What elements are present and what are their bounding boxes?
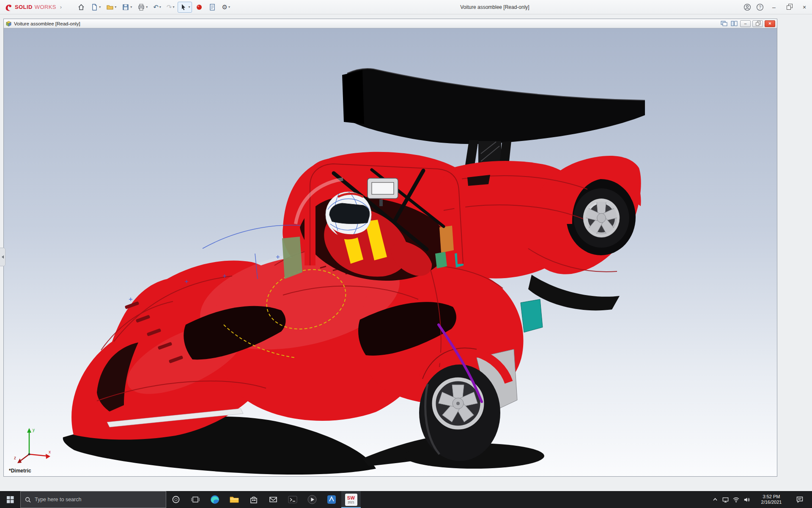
volume-tray-button[interactable] xyxy=(741,491,752,508)
undo-icon: ↶ xyxy=(153,3,159,11)
new-document-button[interactable]: ▾ xyxy=(88,2,103,13)
taskbar-app-file-explorer[interactable] xyxy=(225,491,244,508)
help-button[interactable]: ? xyxy=(754,0,766,14)
axis-x-label: x xyxy=(49,450,51,454)
taskbar-app-blue[interactable] xyxy=(322,491,341,508)
start-button[interactable] xyxy=(0,491,20,508)
breadcrumb-arrow[interactable]: › xyxy=(60,4,62,10)
xpress-products-button[interactable] xyxy=(193,2,205,13)
document-title: Voiture assomblee [Read-only] xyxy=(14,21,80,26)
taskbar-app-store[interactable] xyxy=(244,491,263,508)
home-button[interactable] xyxy=(75,2,87,13)
display-tray-button[interactable] xyxy=(720,491,731,508)
document-window: Voiture assomblee [Read-only] – × xyxy=(3,19,777,477)
hidden-icons-button[interactable] xyxy=(710,491,720,508)
dropdown-arrow-icon[interactable]: ▾ xyxy=(228,5,230,9)
taskbar-clock[interactable]: 3:52 PM 2/16/2021 xyxy=(752,494,791,505)
file-explorer-icon xyxy=(229,494,239,505)
display-icon xyxy=(722,496,729,503)
dropdown-arrow-icon[interactable]: ▾ xyxy=(159,5,161,9)
save-icon xyxy=(122,3,129,11)
brand-works: WORKS xyxy=(35,4,56,10)
cortana-button[interactable] xyxy=(166,491,186,508)
svg-text:?: ? xyxy=(759,5,761,10)
wifi-icon xyxy=(732,496,740,503)
search-icon xyxy=(25,497,31,503)
graphics-viewport[interactable]: y x z *Dimetric xyxy=(4,28,777,476)
print-button[interactable]: ▾ xyxy=(135,2,150,13)
redo-icon: ↷ xyxy=(167,3,172,11)
cascade-windows-icon xyxy=(721,21,727,26)
doc-minimize-button[interactable]: – xyxy=(740,20,751,27)
document-titlebar[interactable]: Voiture assomblee [Read-only] – × xyxy=(4,19,777,28)
chevron-up-icon xyxy=(712,497,718,502)
taskbar-app-mail[interactable] xyxy=(263,491,283,508)
task-view-button[interactable] xyxy=(186,491,205,508)
collapsed-panel-handle[interactable] xyxy=(0,248,5,266)
dropdown-arrow-icon[interactable]: ▾ xyxy=(115,5,116,9)
action-center-icon xyxy=(796,496,804,503)
select-tool-button[interactable]: ▾ xyxy=(178,2,192,13)
document-properties-icon xyxy=(208,3,216,11)
view-orientation-label: *Dimetric xyxy=(9,468,31,474)
cascade-windows-button[interactable] xyxy=(720,20,728,27)
taskbar-app-solidworks[interactable]: SW 2021 xyxy=(341,491,361,508)
taskbar-search[interactable] xyxy=(20,491,166,508)
action-center-button[interactable] xyxy=(791,496,809,503)
dropdown-arrow-icon[interactable]: ▾ xyxy=(188,5,190,9)
clock-date: 2/16/2021 xyxy=(752,500,791,505)
undo-button[interactable]: ↶ ▾ xyxy=(151,2,163,13)
brand-solid: SOLID xyxy=(15,4,33,10)
speaker-icon xyxy=(743,496,750,503)
task-view-icon xyxy=(191,495,200,504)
dropdown-arrow-icon[interactable]: ▾ xyxy=(146,5,148,9)
file-properties-button[interactable] xyxy=(206,2,218,13)
microsoft-store-icon xyxy=(249,495,258,504)
open-folder-icon xyxy=(106,3,114,11)
tile-windows-button[interactable] xyxy=(730,20,738,27)
redo-button[interactable]: ↷ ▾ xyxy=(165,2,177,13)
document-window-controls: – × xyxy=(720,20,777,27)
quick-access-toolbar: ▾ ▾ ▾ ▾ ↶ ▾ ↷ ▾ ▾ xyxy=(75,2,232,13)
red-ball-icon xyxy=(195,3,203,11)
open-button[interactable]: ▾ xyxy=(104,2,118,13)
system-tray: 3:52 PM 2/16/2021 xyxy=(710,491,812,508)
network-tray-button[interactable] xyxy=(731,491,741,508)
taskbar-app-media[interactable] xyxy=(302,491,322,508)
app-window-controls: ? – × xyxy=(741,0,812,14)
dropdown-arrow-icon[interactable]: ▾ xyxy=(130,5,132,9)
taskbar-app-edge[interactable] xyxy=(205,491,225,508)
print-icon xyxy=(137,3,145,11)
car-model-3d[interactable] xyxy=(4,28,777,476)
terminal-icon xyxy=(288,494,298,505)
dropdown-arrow-icon[interactable]: ▾ xyxy=(99,5,101,9)
search-input[interactable] xyxy=(35,497,162,502)
edge-browser-icon xyxy=(210,494,220,505)
app-title: Voiture assomblee [Read-only] xyxy=(406,4,584,10)
home-icon xyxy=(77,3,85,11)
account-button[interactable] xyxy=(741,0,754,14)
app-restore-button[interactable] xyxy=(782,0,797,14)
screen: { "app": { "brand_solid": "SOLID", "bran… xyxy=(0,0,812,508)
windows-logo-icon xyxy=(7,496,14,503)
new-document-icon xyxy=(91,3,98,11)
app-close-button[interactable]: × xyxy=(797,0,812,14)
clock-time: 3:52 PM xyxy=(752,494,791,500)
user-account-icon xyxy=(743,3,751,11)
options-button[interactable]: ⚙ ▾ xyxy=(219,2,232,13)
doc-close-button[interactable]: × xyxy=(765,20,775,27)
axis-y-label: y xyxy=(33,428,35,432)
settings-gear-icon: ⚙ xyxy=(222,3,227,11)
taskbar-app-terminal[interactable] xyxy=(283,491,302,508)
axis-z-label: z xyxy=(14,456,16,460)
mdi-area: Voiture assomblee [Read-only] – × xyxy=(0,14,812,491)
doc-restore-button[interactable] xyxy=(752,20,763,27)
app-minimize-button[interactable]: – xyxy=(766,0,782,14)
save-button[interactable]: ▾ xyxy=(120,2,134,13)
cursor-select-icon xyxy=(180,3,187,11)
dropdown-arrow-icon[interactable]: ▾ xyxy=(173,5,174,9)
tile-windows-icon xyxy=(731,21,738,26)
cortana-icon xyxy=(172,495,180,504)
help-icon: ? xyxy=(756,3,764,11)
mail-icon xyxy=(269,495,278,504)
